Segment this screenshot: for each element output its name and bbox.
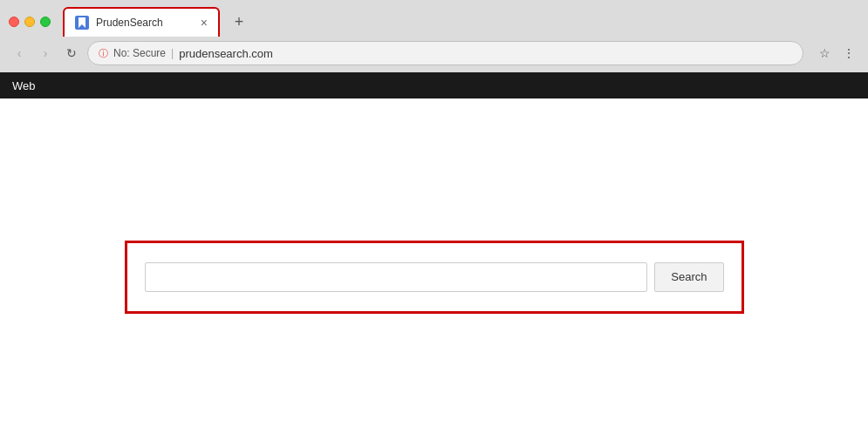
tab-close-button[interactable]: × [201, 17, 208, 29]
search-button[interactable]: Search [654, 262, 723, 292]
tab-bar: PrudenSearch × + [0, 0, 868, 37]
address-bar-row: ‹ › ↻ ⓘ No: Secure | prudensearch.com ☆ … [0, 37, 868, 72]
url-divider: | [171, 47, 174, 59]
new-tab-button[interactable]: + [227, 10, 251, 34]
address-bar[interactable]: ⓘ No: Secure | prudensearch.com [87, 41, 803, 65]
toolbar-right: ☆ ⋮ [814, 43, 859, 64]
page-content: Search [0, 98, 868, 448]
search-container: Search [125, 241, 744, 314]
tab-favicon-icon [75, 16, 89, 30]
url-text: prudensearch.com [179, 47, 273, 60]
nav-bar: Web [0, 72, 868, 98]
back-button[interactable]: ‹ [9, 43, 30, 64]
browser-chrome: PrudenSearch × + ‹ › ↻ ⓘ No: Secure | pr… [0, 0, 868, 72]
bookmark-button[interactable]: ☆ [814, 43, 835, 64]
forward-button[interactable]: › [35, 43, 56, 64]
tab-title: PrudenSearch [96, 17, 194, 29]
menu-button[interactable]: ⋮ [838, 43, 859, 64]
search-input[interactable] [145, 262, 648, 292]
close-traffic-light[interactable] [9, 17, 19, 27]
traffic-lights [9, 17, 51, 27]
active-tab[interactable]: PrudenSearch × [63, 7, 220, 37]
security-label: No: Secure [113, 47, 166, 59]
security-icon: ⓘ [99, 47, 108, 60]
minimize-traffic-light[interactable] [24, 17, 35, 27]
nav-bar-label: Web [12, 79, 36, 92]
search-row: Search [145, 262, 724, 292]
maximize-traffic-light[interactable] [40, 17, 51, 27]
reload-button[interactable]: ↻ [61, 43, 82, 64]
